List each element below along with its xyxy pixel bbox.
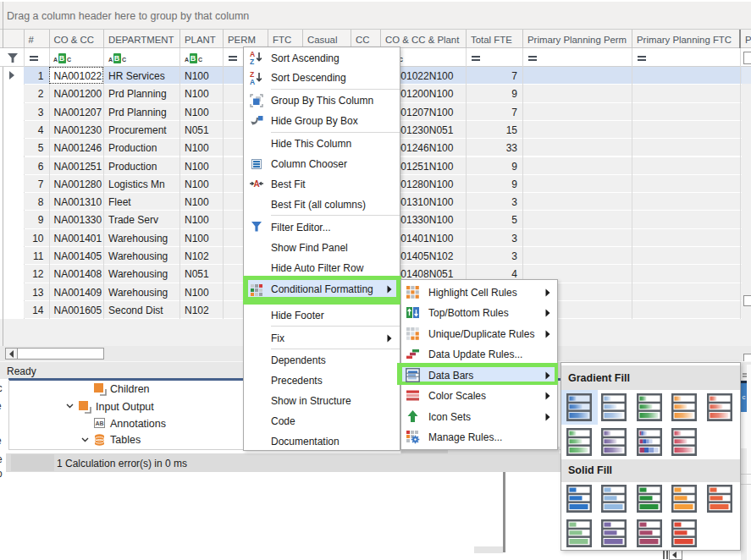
svg-text:Z: Z [250, 58, 254, 65]
svg-text:A: A [250, 77, 255, 85]
svg-text:A: A [254, 179, 260, 189]
